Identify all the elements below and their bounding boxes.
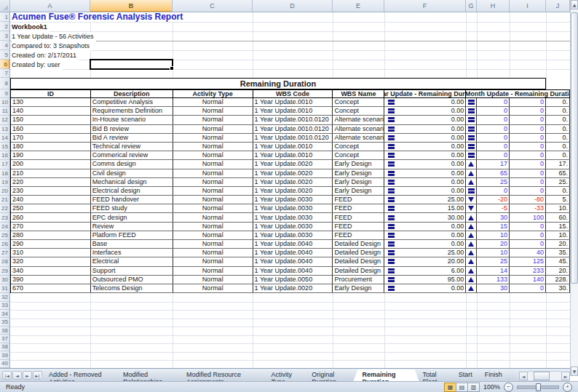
cell-delta-percent[interactable]: 0 [510,125,546,133]
row-header-11[interactable]: 11 [0,107,9,116]
cell-id[interactable]: 340 [11,267,91,275]
cell-wbs-name[interactable]: Alternate scenario [333,125,384,133]
row-header-19[interactable]: 19 [0,178,9,187]
cell-remaining-duration[interactable]: 5. [546,196,570,204]
cell-remaining-duration[interactable]: 30. [546,284,570,292]
cell-trend-indicator[interactable] [466,116,477,124]
cell-activity-type[interactable]: Normal [173,204,253,212]
cell-id[interactable]: 260 [11,213,91,221]
cell-delta[interactable]: 20 [477,240,510,248]
cell-baseline-remaining-duration[interactable]: 0.00 [384,187,466,195]
cell-description[interactable]: In-House scenario [91,116,173,124]
cell-wbs-code[interactable]: 1 Year Update.0010 [253,98,333,106]
sheet-tab-finish[interactable]: Finish [476,369,511,381]
cell-delta-percent[interactable]: 0 [510,134,546,142]
cell-description[interactable]: Civil design [91,169,173,177]
row-header-15[interactable]: 15 [0,143,9,151]
cell-description[interactable]: Requirements Definition [91,107,173,115]
row-header-31[interactable]: 31 [0,284,9,293]
row-header-5[interactable]: 5 [0,50,9,60]
active-cell-selection[interactable] [90,59,173,70]
cell-wbs-code[interactable]: 1 Year Update.0020 [253,284,333,292]
cell-delta-percent[interactable]: 140 [510,276,546,284]
cell-trend-indicator[interactable] [466,178,477,186]
cell-delta[interactable]: 0 [477,151,510,159]
row-header-8[interactable]: 8 [0,78,9,89]
cell-wbs-code[interactable]: 1 Year Update.0030 [253,196,333,204]
cell-delta-percent[interactable]: 0 [510,178,546,186]
cell-delta[interactable]: 25 [477,178,510,186]
cell-wbs-name[interactable]: FEED [333,196,384,204]
cell-wbs-code[interactable]: 1 Year Update.0050 [253,276,333,284]
cell-activity-type[interactable]: Normal [173,160,253,168]
cell-remaining-duration[interactable]: 60. [546,213,570,221]
cell-remaining-duration[interactable]: 25. [546,178,570,186]
cell-wbs-name[interactable]: FEED [333,213,384,221]
cell-wbs-name[interactable]: Detailed Design [333,249,384,257]
cell-trend-indicator[interactable] [466,267,477,275]
cell-trend-indicator[interactable] [466,276,477,284]
cell-baseline-remaining-duration[interactable]: 0.00 [384,151,466,159]
previous-sheet-button[interactable]: ◄ [12,371,22,380]
cell-delta-percent[interactable]: 0 [510,107,546,115]
zoom-in-button[interactable]: + [563,383,572,392]
cell-remaining-duration[interactable]: 0. [546,143,570,151]
row-header-21[interactable]: 21 [0,196,9,204]
cell-activity-type[interactable]: Normal [173,267,253,275]
row-header-30[interactable]: 30 [0,276,9,284]
cell-baseline-remaining-duration[interactable]: 6.00 [384,267,466,275]
cell-wbs-name[interactable]: Procurement [333,276,384,284]
cell-description[interactable]: FEED study [91,204,173,212]
cell-activity-type[interactable]: Normal [173,231,253,239]
cell-delta[interactable]: 0 [477,143,510,151]
cell-id[interactable]: 230 [11,187,91,195]
created-by-cell[interactable]: Created by: user [12,60,63,70]
cell-trend-indicator[interactable] [466,231,477,239]
vertical-scrollbar[interactable]: ▲ ▼ [570,0,578,376]
column-header-H[interactable]: H [477,0,510,12]
cell-wbs-code[interactable]: 1 Year Update.0040 [253,249,333,257]
cell-remaining-duration[interactable]: 20. [546,267,570,275]
cell-id[interactable]: 320 [11,257,91,265]
cell-remaining-duration[interactable]: 0. [546,187,570,195]
select-all-corner[interactable] [0,0,10,12]
cell-id[interactable]: 190 [11,151,91,159]
cell-trend-indicator[interactable] [466,240,477,248]
cell-description[interactable]: Support [91,267,173,275]
cell-delta-percent[interactable]: 0 [510,240,546,248]
cell-delta-percent[interactable]: 0 [510,169,546,177]
cell-wbs-code[interactable]: 1 Year Update.0030 [253,204,333,212]
cell-description[interactable]: Commerical review [91,151,173,159]
cell-wbs-name[interactable]: Early Design [333,187,384,195]
cell-activity-type[interactable]: Normal [173,257,253,265]
cell-remaining-duration[interactable]: 0. [546,134,570,142]
cell-trend-indicator[interactable] [466,204,477,212]
cell-id[interactable]: 220 [11,178,91,186]
cell-activity-type[interactable]: Normal [173,151,253,159]
cell-baseline-remaining-duration[interactable]: 95.00 [384,276,466,284]
row-header-3[interactable]: 3 [0,31,9,41]
normal-view-button[interactable]: ▦ [444,383,456,392]
cell-delta[interactable]: 0 [477,116,510,124]
table-title[interactable]: Remaining Duration [10,78,546,89]
cell-wbs-name[interactable]: Early Design [333,169,384,177]
cell-id[interactable]: 270 [11,223,91,231]
fill-handle[interactable] [170,66,174,71]
cell-activity-type[interactable]: Normal [173,276,253,284]
row-header-38[interactable]: 38 [0,343,9,351]
column-header-D[interactable]: D [253,0,333,12]
cell-baseline-remaining-duration[interactable]: 25.00 [384,249,466,257]
cell-wbs-name[interactable]: Concept [333,107,384,115]
cell-description[interactable]: Electrical [91,257,173,265]
cell-wbs-name[interactable]: Detailed Design [333,267,384,275]
report-title-cell[interactable]: Acumen Fuse® Forensic Analysis Report [12,12,185,22]
row-header-9[interactable]: 9 [0,89,9,98]
cell-delta[interactable]: 10 [477,249,510,257]
column-header-J[interactable]: J [546,0,570,12]
sheet-tab-original-duration[interactable]: Original Duration [303,369,358,381]
vertical-scroll-thumb[interactable] [571,12,578,284]
cell-wbs-code[interactable]: 1 Year Update.0040 [253,257,333,265]
cell-wbs-name[interactable]: FEED [333,204,384,212]
scroll-down-button[interactable]: ▼ [571,367,578,376]
column-header-C[interactable]: C [173,0,253,12]
